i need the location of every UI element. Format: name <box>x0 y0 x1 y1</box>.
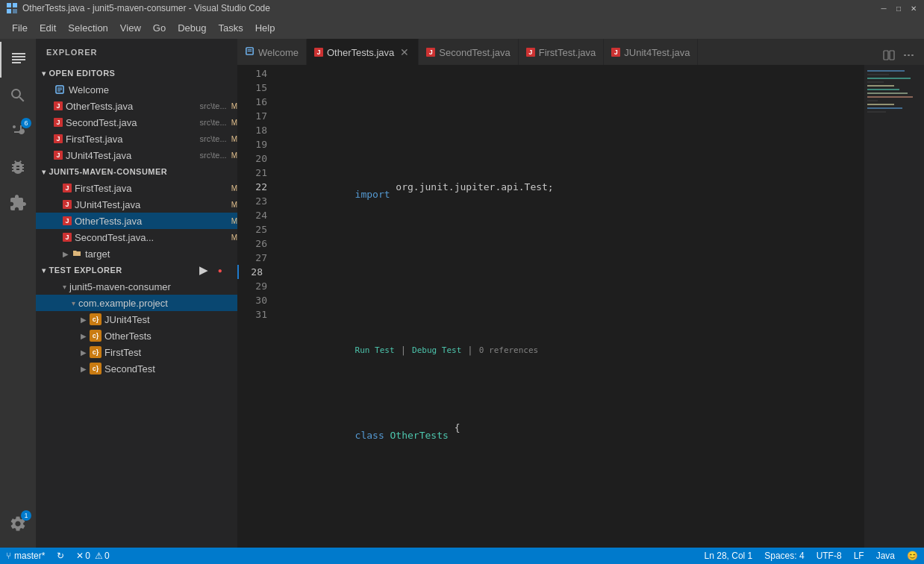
welcome-file-label: Welcome <box>69 84 237 95</box>
title-text: OtherTests.java - junit5-maven-consumer … <box>22 3 879 13</box>
test-project-item[interactable]: ▾ junit5-maven-consumer <box>36 278 237 295</box>
firsttest-path: src\te... <box>200 134 227 143</box>
activity-extensions[interactable] <box>0 185 36 221</box>
source-control-badge: 6 <box>21 118 31 128</box>
welcome-file-icon <box>54 84 66 95</box>
othertests-tab-label: OtherTests.java <box>327 47 394 58</box>
open-editor-firsttest[interactable]: J FirstTest.java src\te... M <box>36 131 237 147</box>
junit4test-tree-label: JUnit4Test.java <box>75 199 230 210</box>
minimap-content <box>864 65 924 548</box>
explorer-header: EXPLORER <box>36 39 237 65</box>
menu-file[interactable]: File <box>6 19 34 37</box>
git-branch[interactable]: ⑂ master* <box>0 548 51 564</box>
editor-content[interactable]: 14 15 16 17 18 19 20 21 22 23 24 25 26 2… <box>237 65 924 548</box>
menu-view[interactable]: View <box>114 19 147 37</box>
tab-firsttest[interactable]: J FirstTest.java <box>519 39 605 65</box>
app-icon <box>6 2 18 14</box>
svg-rect-12 <box>890 51 894 60</box>
project-chevron: ▾ <box>42 168 46 176</box>
menu-help[interactable]: Help <box>249 19 281 37</box>
othertests-file[interactable]: J OtherTests.java M <box>36 213 237 229</box>
activity-settings[interactable]: 1 <box>0 506 36 542</box>
test-class-secondtest[interactable]: ▶ c} SecondTest <box>36 360 237 377</box>
secondtest-path: src\te... <box>200 118 227 127</box>
menu-tasks[interactable]: Tasks <box>212 19 249 37</box>
minimize-button[interactable]: ─ <box>879 4 888 13</box>
junit4test-tab-icon: J <box>611 48 620 57</box>
open-editor-secondtest[interactable]: J SecondTest.java src\te... M <box>36 114 237 131</box>
tab-junit4test[interactable]: J JUnit4Test.java <box>604 39 698 65</box>
window-controls: ─ □ ✕ <box>879 4 918 13</box>
firsttest-modified: M <box>231 135 237 143</box>
target-folder[interactable]: ▶ target <box>36 245 237 262</box>
errors-indicator[interactable]: ✕ 0 ⚠ 0 <box>70 548 115 564</box>
test-class-othertests[interactable]: ▶ c} OtherTests <box>36 328 237 344</box>
branch-name: master* <box>14 551 45 561</box>
othertests-open-label: OtherTests.java <box>66 101 197 112</box>
junit4test-file[interactable]: J JUnit4Test.java M <box>36 196 237 213</box>
test-class-firsttest[interactable]: ▶ c} FirstTest <box>36 344 237 360</box>
firsttest-open-label: FirstTest.java <box>66 134 197 145</box>
menu-edit[interactable]: Edit <box>34 19 62 37</box>
open-editor-welcome[interactable]: Welcome <box>36 81 237 98</box>
git-icon: ⑂ <box>6 551 11 561</box>
activity-source-control[interactable]: 6 <box>0 113 36 149</box>
secondtest-file[interactable]: J SecondTest.java... M <box>36 229 237 245</box>
menu-go[interactable]: Go <box>147 19 172 37</box>
test-explorer-title: TEST EXPLORER <box>49 266 122 275</box>
more-button[interactable] <box>899 46 918 65</box>
open-editors-section[interactable]: ▾ OPEN EDITORS <box>36 65 237 81</box>
open-editor-othertests[interactable]: J OtherTests.java src\te... M <box>36 98 237 114</box>
activity-debug[interactable] <box>0 149 36 185</box>
maximize-button[interactable]: □ <box>894 4 903 13</box>
activity-explorer[interactable] <box>0 42 36 78</box>
test-explorer-section[interactable]: ▾ TEST EXPLORER ▶ ● <box>36 262 237 278</box>
firsttest-class-icon: c} <box>90 346 102 358</box>
settings-badge: 1 <box>21 510 31 521</box>
warning-count: 0 <box>104 551 110 561</box>
open-editors-chevron: ▾ <box>42 69 46 78</box>
junit4test-open-label: JUnit4Test.java <box>66 150 197 161</box>
encoding[interactable]: UTF-8 <box>811 548 848 564</box>
othertests-tab-close[interactable]: ✕ <box>399 46 411 58</box>
code-content[interactable]: import org.junit.jupiter.api.Test; Run T… <box>273 65 864 548</box>
split-editor-button[interactable] <box>879 46 899 65</box>
firsttest-tab-icon: J <box>526 48 535 57</box>
run-tests-button[interactable]: ▶ <box>197 263 210 277</box>
welcome-tab-label: Welcome <box>258 47 299 58</box>
menu-selection[interactable]: Selection <box>62 19 113 37</box>
code-line-16 <box>273 265 864 279</box>
firsttest-file-icon: J <box>54 134 63 143</box>
close-button[interactable]: ✕ <box>909 4 918 13</box>
project-section[interactable]: ▾ JUNIT5-MAVEN-CONSUMER <box>36 163 237 180</box>
menu-debug[interactable]: Debug <box>172 19 212 37</box>
open-editors-label: OPEN EDITORS <box>49 69 116 78</box>
sync-button[interactable]: ↻ <box>51 548 70 564</box>
language-text: Java <box>876 551 895 561</box>
junit4test-path: src\te... <box>200 151 227 160</box>
welcome-tab-icon <box>245 46 255 58</box>
test-package-item[interactable]: ▾ com.example.project <box>36 295 237 311</box>
firsttest-tree-icon: J <box>63 184 72 192</box>
code-line-18: class OtherTests { <box>273 421 864 449</box>
language-mode[interactable]: Java <box>870 548 901 564</box>
record-button[interactable]: ● <box>213 263 227 277</box>
line-ending[interactable]: LF <box>848 548 870 564</box>
tab-secondtest[interactable]: J SecondTest.java <box>419 39 518 65</box>
firsttest-file[interactable]: J FirstTest.java M <box>36 180 237 196</box>
tab-othertests[interactable]: J OtherTests.java ✕ <box>307 39 419 65</box>
firsttest-tab-label: FirstTest.java <box>539 47 596 58</box>
indentation[interactable]: Spaces: 4 <box>758 548 810 564</box>
open-editor-junit4test[interactable]: J JUnit4Test.java src\te... M <box>36 147 237 163</box>
cursor-position[interactable]: Ln 28, Col 1 <box>699 548 759 564</box>
package-item-chevron: ▾ <box>72 299 75 307</box>
position-text: Ln 28, Col 1 <box>705 551 753 561</box>
svg-rect-15 <box>911 54 914 56</box>
feedback-button[interactable]: 😊 <box>901 548 924 564</box>
test-class-junit4[interactable]: ▶ c} JUnit4Test <box>36 311 237 328</box>
secondtest-tab-icon: J <box>426 48 435 57</box>
svg-rect-2 <box>7 9 11 13</box>
explorer-title: EXPLORER <box>46 48 98 57</box>
tab-welcome[interactable]: Welcome <box>237 39 307 65</box>
activity-search[interactable] <box>0 78 36 113</box>
